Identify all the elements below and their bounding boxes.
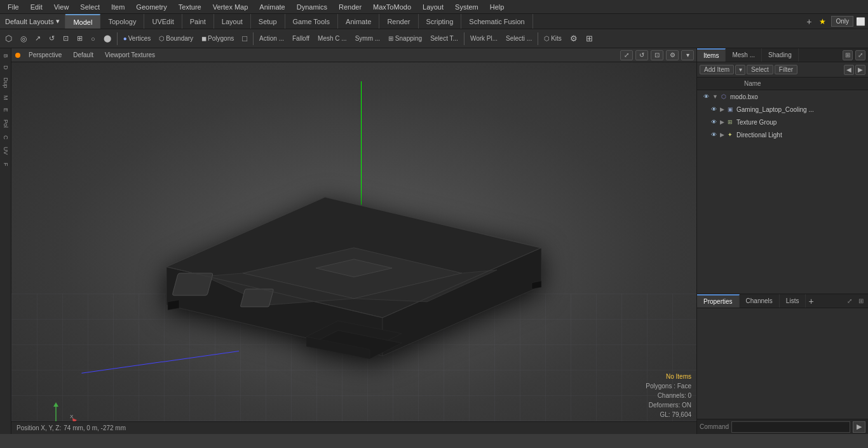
layout-tab-scripting[interactable]: Scripting	[419, 14, 462, 29]
viewport-reset-icon[interactable]: ↺	[635, 50, 648, 60]
select-button[interactable]: Select	[747, 65, 773, 74]
menu-dynamics[interactable]: Dynamics	[292, 2, 332, 12]
menu-texture[interactable]: Texture	[173, 2, 207, 12]
work-pl-btn[interactable]: Work Pl...	[466, 33, 501, 44]
element-btn[interactable]: □	[238, 32, 251, 45]
viewport-fit-icon[interactable]: ⊡	[651, 50, 663, 60]
layout-tab-setup[interactable]: Setup	[251, 14, 285, 29]
filter-button[interactable]: Filter	[775, 65, 797, 74]
layout-tab-animate[interactable]: Animate	[338, 14, 379, 29]
menu-maxtomodo[interactable]: MaxToModo	[368, 2, 416, 12]
viewport-close-icon[interactable]: ▾	[681, 50, 694, 60]
props-more-icon[interactable]: ⊞	[857, 297, 865, 306]
command-execute-icon[interactable]: ▶	[853, 421, 865, 433]
viewport-maximize-icon[interactable]: ⤢	[620, 50, 633, 60]
tree-arrow-0[interactable]: ▼	[712, 93, 718, 100]
tool-icon-9[interactable]: ⚙	[566, 32, 581, 45]
add-layout-icon[interactable]: +	[804, 17, 814, 27]
maximize-icon[interactable]: ⬜	[856, 17, 865, 26]
tab-channels[interactable]: Channels	[740, 294, 780, 308]
left-tab-uv[interactable]: UV	[1, 144, 11, 158]
expand-icon[interactable]: ⊞	[843, 50, 853, 60]
mesh-c-btn[interactable]: Mesh C ...	[314, 33, 351, 44]
layout-tab-paint[interactable]: Paint	[182, 14, 214, 29]
list-item[interactable]: 👁 ▶ ⊞ Texture Group	[697, 116, 868, 128]
snapping-btn[interactable]: ⊞ Snapping	[384, 33, 426, 44]
action-btn[interactable]: Action ...	[255, 33, 288, 44]
falloff-btn[interactable]: Falloff	[288, 33, 313, 44]
tree-arrow-2[interactable]: ▶	[720, 119, 724, 125]
layout-tab-layout[interactable]: Layout	[214, 14, 251, 29]
list-item[interactable]: 👁 ▼ ⬡ modo.bxo	[697, 90, 868, 103]
tree-arrow-1[interactable]: ▶	[720, 106, 724, 112]
only-button[interactable]: Only	[831, 16, 853, 27]
list-item[interactable]: 👁 ▶ ✦ Directional Light	[697, 128, 868, 141]
items-collapse-icon[interactable]: ◀	[844, 65, 854, 75]
left-tab-2[interactable]: D	[1, 62, 11, 73]
add-props-tab-icon[interactable]: +	[808, 296, 813, 306]
tool-icon-3[interactable]: ↗	[31, 32, 44, 44]
layout-tab-gametools[interactable]: Game Tools	[285, 14, 339, 29]
left-tab-dup[interactable]: Dup	[1, 74, 11, 92]
layout-tab-render[interactable]: Render	[379, 14, 418, 29]
eye-toggle-2[interactable]: 👁	[707, 116, 720, 128]
vertices-btn[interactable]: ● Vertices	[119, 33, 155, 44]
symm-btn[interactable]: Symm ...	[351, 33, 384, 44]
layout-dropdown[interactable]: Default Layouts ▾	[0, 14, 65, 29]
tool-icon-8[interactable]: ⬤	[100, 32, 115, 44]
tree-arrow-3[interactable]: ▶	[720, 132, 724, 138]
selecti-btn[interactable]: Selecti ...	[502, 33, 536, 44]
viewport-canvas[interactable]: No Items Polygons : Face Channels: 0 Def…	[11, 62, 696, 434]
select-t-btn[interactable]: Select T...	[426, 33, 462, 44]
eye-toggle-3[interactable]: 👁	[707, 129, 720, 140]
tool-icon-7[interactable]: ○	[87, 33, 99, 44]
menu-geometry[interactable]: Geometry	[131, 2, 172, 12]
tool-icon-10[interactable]: ⊞	[582, 32, 597, 45]
layout-tab-uvedit[interactable]: UVEdit	[144, 14, 182, 29]
kits-btn[interactable]: ⬡ Kits	[540, 33, 566, 44]
menu-edit[interactable]: Edit	[25, 2, 48, 12]
tab-lists[interactable]: Lists	[780, 294, 806, 308]
viewport-settings-icon[interactable]: ⚙	[666, 50, 679, 60]
layout-tab-schematic[interactable]: Schematic Fusion	[461, 14, 532, 29]
tab-items[interactable]: Items	[697, 48, 726, 62]
boundary-btn[interactable]: ⬡ Boundary	[155, 33, 197, 44]
maximize-items-icon[interactable]: ⤢	[855, 50, 865, 60]
eye-toggle-1[interactable]: 👁	[707, 104, 720, 115]
add-item-button[interactable]: Add Item	[700, 65, 734, 74]
menu-animate[interactable]: Animate	[254, 2, 290, 12]
viewport-texture[interactable]: Viewport Textures	[100, 50, 159, 60]
layout-tab-model[interactable]: Model	[65, 14, 100, 29]
menu-item[interactable]: Item	[106, 2, 130, 12]
tool-icon-2[interactable]: ◎	[17, 32, 31, 45]
items-expand-icon[interactable]: ▶	[855, 65, 865, 75]
tab-shading[interactable]: Shading	[762, 48, 799, 62]
menu-file[interactable]: File	[3, 2, 24, 12]
command-input[interactable]	[731, 421, 850, 433]
add-item-dropdown[interactable]: ▾	[735, 65, 745, 75]
tool-icon-4[interactable]: ↺	[45, 32, 58, 44]
menu-system[interactable]: System	[450, 2, 484, 12]
star-button[interactable]: ★	[817, 17, 829, 26]
props-expand-icon[interactable]: ⤢	[845, 297, 854, 306]
menu-select[interactable]: Select	[75, 2, 105, 12]
left-tab-c[interactable]: C	[1, 132, 11, 143]
menu-layout[interactable]: Layout	[417, 2, 449, 12]
viewport-default[interactable]: Default	[69, 50, 98, 60]
left-tab-f[interactable]: F	[1, 160, 11, 170]
tool-icon-5[interactable]: ⊡	[59, 32, 72, 44]
eye-toggle-0[interactable]: 👁	[700, 91, 712, 102]
list-item[interactable]: 👁 ▶ ▣ Gaming_Laptop_Cooling ...	[697, 103, 868, 116]
viewport[interactable]: Perspective Default Viewport Textures ⤢ …	[11, 48, 696, 434]
polygons-btn[interactable]: ◼ Polygons	[198, 33, 238, 44]
tool-icon-1[interactable]: ⬡	[1, 32, 16, 45]
menu-render[interactable]: Render	[334, 2, 367, 12]
left-tab-e[interactable]: E	[1, 105, 11, 115]
menu-view[interactable]: View	[49, 2, 74, 12]
menu-help[interactable]: Help	[485, 2, 510, 12]
menu-vertexmap[interactable]: Vertex Map	[208, 2, 254, 12]
layout-tab-topology[interactable]: Topology	[100, 14, 144, 29]
tool-icon-6[interactable]: ⊞	[73, 32, 86, 44]
left-tab-pol[interactable]: Pol	[1, 116, 11, 131]
left-tab-1[interactable]: B	[1, 51, 11, 61]
